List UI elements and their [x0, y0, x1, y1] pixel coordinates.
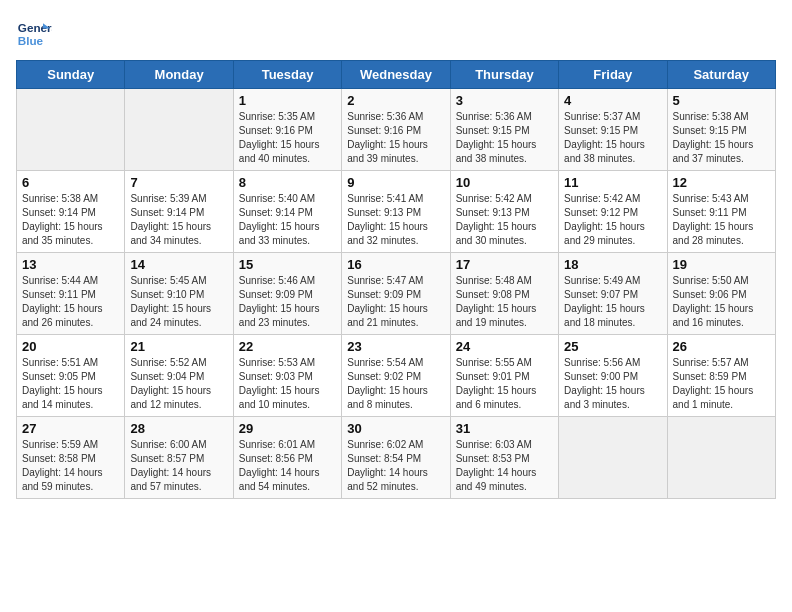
- calendar-week-row: 13Sunrise: 5:44 AM Sunset: 9:11 PM Dayli…: [17, 253, 776, 335]
- calendar-cell: 1Sunrise: 5:35 AM Sunset: 9:16 PM Daylig…: [233, 89, 341, 171]
- calendar-cell: 7Sunrise: 5:39 AM Sunset: 9:14 PM Daylig…: [125, 171, 233, 253]
- day-number: 28: [130, 421, 227, 436]
- calendar-cell: 9Sunrise: 5:41 AM Sunset: 9:13 PM Daylig…: [342, 171, 450, 253]
- calendar-cell: 8Sunrise: 5:40 AM Sunset: 9:14 PM Daylig…: [233, 171, 341, 253]
- calendar-cell: 5Sunrise: 5:38 AM Sunset: 9:15 PM Daylig…: [667, 89, 775, 171]
- logo: General Blue: [16, 16, 52, 52]
- day-number: 31: [456, 421, 553, 436]
- day-number: 8: [239, 175, 336, 190]
- day-number: 21: [130, 339, 227, 354]
- calendar-cell: [17, 89, 125, 171]
- day-info: Sunrise: 5:53 AM Sunset: 9:03 PM Dayligh…: [239, 356, 336, 412]
- day-info: Sunrise: 5:44 AM Sunset: 9:11 PM Dayligh…: [22, 274, 119, 330]
- day-number: 29: [239, 421, 336, 436]
- day-header-wednesday: Wednesday: [342, 61, 450, 89]
- calendar-cell: 18Sunrise: 5:49 AM Sunset: 9:07 PM Dayli…: [559, 253, 667, 335]
- day-number: 11: [564, 175, 661, 190]
- calendar-cell: 21Sunrise: 5:52 AM Sunset: 9:04 PM Dayli…: [125, 335, 233, 417]
- day-info: Sunrise: 5:39 AM Sunset: 9:14 PM Dayligh…: [130, 192, 227, 248]
- page-header: General Blue: [16, 16, 776, 52]
- day-info: Sunrise: 6:02 AM Sunset: 8:54 PM Dayligh…: [347, 438, 444, 494]
- calendar-cell: 3Sunrise: 5:36 AM Sunset: 9:15 PM Daylig…: [450, 89, 558, 171]
- day-info: Sunrise: 5:50 AM Sunset: 9:06 PM Dayligh…: [673, 274, 770, 330]
- calendar-cell: 19Sunrise: 5:50 AM Sunset: 9:06 PM Dayli…: [667, 253, 775, 335]
- day-info: Sunrise: 5:51 AM Sunset: 9:05 PM Dayligh…: [22, 356, 119, 412]
- calendar-cell: 16Sunrise: 5:47 AM Sunset: 9:09 PM Dayli…: [342, 253, 450, 335]
- calendar-week-row: 1Sunrise: 5:35 AM Sunset: 9:16 PM Daylig…: [17, 89, 776, 171]
- day-header-friday: Friday: [559, 61, 667, 89]
- day-number: 13: [22, 257, 119, 272]
- day-info: Sunrise: 5:54 AM Sunset: 9:02 PM Dayligh…: [347, 356, 444, 412]
- day-number: 1: [239, 93, 336, 108]
- day-header-monday: Monday: [125, 61, 233, 89]
- day-number: 22: [239, 339, 336, 354]
- day-number: 18: [564, 257, 661, 272]
- calendar-cell: 13Sunrise: 5:44 AM Sunset: 9:11 PM Dayli…: [17, 253, 125, 335]
- calendar-header-row: SundayMondayTuesdayWednesdayThursdayFrid…: [17, 61, 776, 89]
- svg-text:Blue: Blue: [18, 34, 44, 47]
- calendar-cell: 24Sunrise: 5:55 AM Sunset: 9:01 PM Dayli…: [450, 335, 558, 417]
- day-number: 23: [347, 339, 444, 354]
- calendar-cell: 2Sunrise: 5:36 AM Sunset: 9:16 PM Daylig…: [342, 89, 450, 171]
- calendar-week-row: 6Sunrise: 5:38 AM Sunset: 9:14 PM Daylig…: [17, 171, 776, 253]
- day-info: Sunrise: 5:42 AM Sunset: 9:13 PM Dayligh…: [456, 192, 553, 248]
- day-number: 12: [673, 175, 770, 190]
- day-header-saturday: Saturday: [667, 61, 775, 89]
- day-info: Sunrise: 5:49 AM Sunset: 9:07 PM Dayligh…: [564, 274, 661, 330]
- day-header-thursday: Thursday: [450, 61, 558, 89]
- day-header-tuesday: Tuesday: [233, 61, 341, 89]
- calendar-cell: 11Sunrise: 5:42 AM Sunset: 9:12 PM Dayli…: [559, 171, 667, 253]
- calendar-cell: 25Sunrise: 5:56 AM Sunset: 9:00 PM Dayli…: [559, 335, 667, 417]
- calendar-cell: 20Sunrise: 5:51 AM Sunset: 9:05 PM Dayli…: [17, 335, 125, 417]
- day-info: Sunrise: 5:35 AM Sunset: 9:16 PM Dayligh…: [239, 110, 336, 166]
- calendar-cell: 6Sunrise: 5:38 AM Sunset: 9:14 PM Daylig…: [17, 171, 125, 253]
- day-info: Sunrise: 5:55 AM Sunset: 9:01 PM Dayligh…: [456, 356, 553, 412]
- day-info: Sunrise: 5:38 AM Sunset: 9:14 PM Dayligh…: [22, 192, 119, 248]
- calendar-cell: 26Sunrise: 5:57 AM Sunset: 8:59 PM Dayli…: [667, 335, 775, 417]
- day-number: 7: [130, 175, 227, 190]
- day-number: 3: [456, 93, 553, 108]
- day-info: Sunrise: 5:52 AM Sunset: 9:04 PM Dayligh…: [130, 356, 227, 412]
- day-header-sunday: Sunday: [17, 61, 125, 89]
- calendar-cell: [667, 417, 775, 499]
- day-number: 9: [347, 175, 444, 190]
- day-info: Sunrise: 5:47 AM Sunset: 9:09 PM Dayligh…: [347, 274, 444, 330]
- calendar-cell: 22Sunrise: 5:53 AM Sunset: 9:03 PM Dayli…: [233, 335, 341, 417]
- day-number: 14: [130, 257, 227, 272]
- day-info: Sunrise: 5:48 AM Sunset: 9:08 PM Dayligh…: [456, 274, 553, 330]
- calendar-cell: 10Sunrise: 5:42 AM Sunset: 9:13 PM Dayli…: [450, 171, 558, 253]
- day-info: Sunrise: 5:56 AM Sunset: 9:00 PM Dayligh…: [564, 356, 661, 412]
- day-info: Sunrise: 5:36 AM Sunset: 9:16 PM Dayligh…: [347, 110, 444, 166]
- calendar-week-row: 27Sunrise: 5:59 AM Sunset: 8:58 PM Dayli…: [17, 417, 776, 499]
- day-info: Sunrise: 5:59 AM Sunset: 8:58 PM Dayligh…: [22, 438, 119, 494]
- day-info: Sunrise: 6:01 AM Sunset: 8:56 PM Dayligh…: [239, 438, 336, 494]
- day-info: Sunrise: 5:46 AM Sunset: 9:09 PM Dayligh…: [239, 274, 336, 330]
- day-info: Sunrise: 5:40 AM Sunset: 9:14 PM Dayligh…: [239, 192, 336, 248]
- day-number: 26: [673, 339, 770, 354]
- calendar-cell: [125, 89, 233, 171]
- day-number: 16: [347, 257, 444, 272]
- calendar-cell: [559, 417, 667, 499]
- day-info: Sunrise: 5:38 AM Sunset: 9:15 PM Dayligh…: [673, 110, 770, 166]
- calendar-cell: 17Sunrise: 5:48 AM Sunset: 9:08 PM Dayli…: [450, 253, 558, 335]
- calendar-cell: 29Sunrise: 6:01 AM Sunset: 8:56 PM Dayli…: [233, 417, 341, 499]
- day-number: 30: [347, 421, 444, 436]
- day-number: 20: [22, 339, 119, 354]
- day-info: Sunrise: 5:41 AM Sunset: 9:13 PM Dayligh…: [347, 192, 444, 248]
- day-info: Sunrise: 5:45 AM Sunset: 9:10 PM Dayligh…: [130, 274, 227, 330]
- calendar-cell: 14Sunrise: 5:45 AM Sunset: 9:10 PM Dayli…: [125, 253, 233, 335]
- calendar-cell: 4Sunrise: 5:37 AM Sunset: 9:15 PM Daylig…: [559, 89, 667, 171]
- logo-icon: General Blue: [16, 16, 52, 52]
- day-number: 24: [456, 339, 553, 354]
- calendar-week-row: 20Sunrise: 5:51 AM Sunset: 9:05 PM Dayli…: [17, 335, 776, 417]
- day-number: 17: [456, 257, 553, 272]
- calendar-cell: 28Sunrise: 6:00 AM Sunset: 8:57 PM Dayli…: [125, 417, 233, 499]
- day-info: Sunrise: 6:03 AM Sunset: 8:53 PM Dayligh…: [456, 438, 553, 494]
- day-number: 5: [673, 93, 770, 108]
- day-number: 10: [456, 175, 553, 190]
- day-number: 19: [673, 257, 770, 272]
- day-info: Sunrise: 5:42 AM Sunset: 9:12 PM Dayligh…: [564, 192, 661, 248]
- day-number: 27: [22, 421, 119, 436]
- calendar-cell: 23Sunrise: 5:54 AM Sunset: 9:02 PM Dayli…: [342, 335, 450, 417]
- day-info: Sunrise: 6:00 AM Sunset: 8:57 PM Dayligh…: [130, 438, 227, 494]
